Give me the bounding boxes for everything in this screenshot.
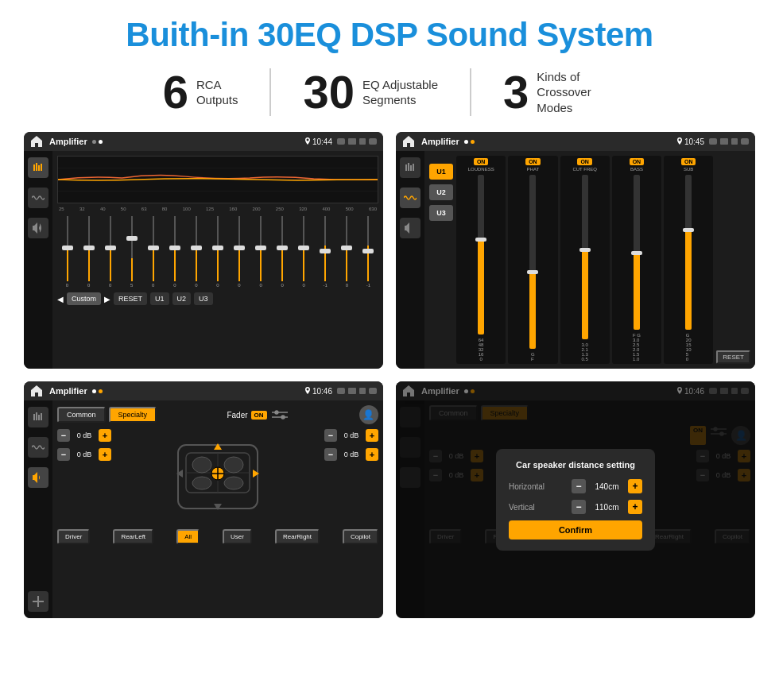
horizontal-row: Horizontal − 140cm + — [509, 479, 642, 493]
eq-graph — [57, 156, 378, 203]
dot-1 — [92, 140, 96, 144]
vertical-plus-btn[interactable]: + — [628, 500, 642, 514]
confirm-button[interactable]: Confirm — [509, 520, 642, 540]
all-btn[interactable]: All — [176, 529, 200, 544]
svg-rect-2 — [38, 165, 40, 171]
eq-slider-12[interactable]: 0 — [294, 216, 314, 288]
eq-slider-2[interactable]: 0 — [79, 216, 99, 288]
custom-btn[interactable]: Custom — [67, 292, 101, 305]
next-btn[interactable]: ▶ — [104, 295, 110, 304]
rearright-btn[interactable]: RearRight — [275, 529, 320, 544]
eq-slider-8[interactable]: 0 — [207, 216, 227, 288]
fader-sidebar-btn-3[interactable] — [28, 467, 48, 488]
eq-sidebar-btn-2[interactable] — [28, 188, 48, 208]
eq-sidebar-btn-1[interactable] — [28, 157, 48, 178]
db-minus-3[interactable]: − — [324, 429, 337, 442]
db-plus-2[interactable]: + — [99, 448, 111, 461]
u2-button[interactable]: U2 — [429, 184, 453, 200]
prev-btn[interactable]: ◀ — [57, 295, 64, 304]
eq-content: 25 32 40 50 63 80 100 125 160 200 250 32… — [24, 151, 383, 369]
eq-slider-15[interactable]: -1 — [358, 216, 378, 288]
eq-slider-4[interactable]: 5 — [122, 216, 141, 288]
freq-400: 400 — [322, 207, 330, 211]
specialty-tab[interactable]: Specialty — [109, 407, 157, 423]
vals-sub: G20151050 — [686, 333, 692, 362]
copilot-btn[interactable]: Copilot — [343, 529, 378, 544]
u2-btn[interactable]: U2 — [172, 292, 192, 305]
u3-btn[interactable]: U3 — [194, 292, 213, 305]
stat-eq-number: 30 — [303, 69, 355, 115]
fader-sidebar-btn-4[interactable] — [28, 591, 48, 612]
status-bar-1: Amplifier 10:44 — [24, 132, 383, 151]
slider-phat[interactable] — [529, 175, 536, 349]
wave-icon-2 — [404, 193, 417, 203]
slider-bass[interactable] — [634, 175, 640, 330]
eq-slider-5[interactable]: 0 — [143, 216, 163, 288]
app-name-1: Amplifier — [49, 137, 87, 146]
eq-slider-14[interactable]: 0 — [337, 216, 357, 288]
u1-btn[interactable]: U1 — [150, 292, 169, 305]
rearleft-btn[interactable]: RearLeft — [113, 529, 153, 544]
user-btn[interactable]: User — [223, 529, 252, 544]
vertical-minus-btn[interactable]: − — [572, 500, 586, 514]
svg-rect-1 — [36, 163, 37, 171]
eq-slider-7[interactable]: 0 — [186, 216, 206, 288]
db-control-1: − 0 dB + — [57, 429, 111, 442]
db-minus-4[interactable]: − — [324, 448, 337, 461]
freq-250: 250 — [276, 207, 284, 211]
crossover-sidebar — [396, 151, 424, 369]
eq-slider-11[interactable]: 0 — [273, 216, 293, 288]
freq-labels: 25 32 40 50 63 80 100 125 160 200 250 32… — [57, 207, 378, 211]
fader-on[interactable]: ON — [251, 411, 267, 420]
tuner-icon-2 — [404, 161, 417, 174]
speaker-icon-3 — [32, 471, 45, 484]
horizontal-plus-btn[interactable]: + — [628, 479, 642, 493]
tuner-icon-3 — [32, 411, 45, 423]
camera-icon-2 — [709, 138, 717, 145]
driver-btn[interactable]: Driver — [57, 529, 90, 544]
eq-sidebar-btn-3[interactable] — [28, 218, 48, 238]
crossover-sidebar-btn-2[interactable] — [400, 188, 421, 208]
eq-slider-13[interactable]: -1 — [316, 216, 335, 288]
u3-button[interactable]: U3 — [429, 205, 453, 221]
horizontal-minus-btn[interactable]: − — [572, 479, 586, 493]
close-icon-1 — [359, 138, 366, 145]
eq-slider-9[interactable]: 0 — [230, 216, 250, 288]
db-minus-2[interactable]: − — [57, 448, 70, 461]
db-minus-1[interactable]: − — [57, 429, 70, 442]
freq-40: 40 — [100, 207, 106, 211]
db-plus-1[interactable]: + — [99, 429, 111, 442]
panel-phat: ON PHAT GF — [508, 156, 557, 364]
speaker-icon — [32, 222, 45, 234]
fader-sidebar-btn-1[interactable] — [28, 407, 48, 427]
label-bass: BASS — [630, 167, 643, 172]
slider-cutfreq[interactable] — [582, 175, 588, 339]
common-tab[interactable]: Common — [57, 407, 106, 423]
crossover-sidebar-btn-3[interactable] — [400, 218, 421, 238]
eq-slider-3[interactable]: 0 — [100, 216, 120, 288]
db-plus-4[interactable]: + — [366, 448, 378, 461]
back-icon-1 — [369, 138, 377, 145]
crossover-reset-btn[interactable]: RESET — [716, 350, 750, 364]
fader-sidebar-btn-2[interactable] — [28, 437, 48, 458]
db-control-4: − 0 dB + — [324, 448, 378, 461]
crossover-sidebar-btn-1[interactable] — [400, 157, 421, 178]
stats-row: 6 RCAOutputs 30 EQ AdjustableSegments 3 … — [24, 68, 755, 116]
dot-2 — [99, 140, 103, 144]
slider-loudness[interactable] — [478, 175, 484, 335]
db-value-4: 0 dB — [340, 451, 362, 458]
panel-bass: ON BASS F G3.02.52.01.51.0 — [612, 156, 661, 364]
freq-630: 630 — [369, 207, 377, 211]
svg-point-19 — [281, 416, 285, 419]
db-plus-3[interactable]: + — [366, 429, 378, 442]
right-db-controls: − 0 dB + − 0 dB + — [324, 429, 378, 524]
horizontal-value: 140cm — [589, 482, 625, 491]
eq-slider-1[interactable]: 0 — [57, 216, 77, 288]
eq-slider-6[interactable]: 0 — [165, 216, 184, 288]
reset-btn[interactable]: RESET — [114, 292, 147, 305]
slider-sub[interactable] — [685, 175, 692, 330]
u1-button[interactable]: U1 — [429, 164, 453, 180]
eq-slider-10[interactable]: 0 — [251, 216, 271, 288]
wave-icon-3 — [32, 443, 45, 452]
time-3: 10:46 — [312, 387, 332, 396]
